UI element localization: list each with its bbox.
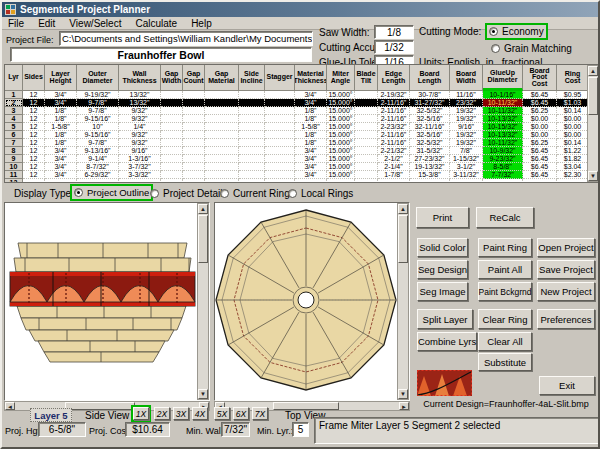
- table-cell[interactable]: [183, 107, 205, 115]
- table-cell[interactable]: 2-11/16": [378, 115, 410, 123]
- table-cell[interactable]: [183, 115, 205, 123]
- table-cell[interactable]: [205, 139, 239, 147]
- split-layer-button[interactable]: Split Layer: [417, 309, 473, 329]
- table-row[interactable]: 1123/4"9-19/32"13/32"3/4"15.000°2-19/32"…: [5, 91, 587, 99]
- table-cell[interactable]: [265, 91, 295, 99]
- table-row[interactable]: 5121-5/8"10"1/4"1-5/8"15.000°2-23/32"32-…: [5, 123, 587, 131]
- display-type-project-detail[interactable]: Project Detail: [150, 188, 222, 199]
- column-header[interactable]: GlueUp Diameter: [483, 65, 523, 91]
- table-cell[interactable]: [355, 163, 378, 171]
- scroll-up-icon[interactable]: ▲: [588, 66, 598, 76]
- table-cell[interactable]: $0.00: [523, 115, 557, 123]
- column-header[interactable]: Gap Width: [161, 65, 183, 91]
- table-cell[interactable]: [355, 107, 378, 115]
- table-cell[interactable]: $0.14: [557, 139, 587, 147]
- table-cell[interactable]: [161, 147, 183, 155]
- table-cell[interactable]: [23, 179, 45, 182]
- table-cell[interactable]: 9-7/8": [77, 99, 119, 107]
- table-cell[interactable]: 9-23/32": [483, 155, 523, 163]
- table-cell[interactable]: [239, 179, 265, 182]
- column-header[interactable]: Side Incline: [239, 65, 265, 91]
- cutting-mode-economy[interactable]: Economy: [485, 23, 548, 40]
- table-cell[interactable]: 13/32": [119, 91, 161, 99]
- table-cell[interactable]: [355, 171, 378, 179]
- table-cell[interactable]: [183, 99, 205, 107]
- table-cell[interactable]: 15.000°: [327, 123, 355, 131]
- table-cell[interactable]: 9-13/16": [77, 147, 119, 155]
- table-cell[interactable]: [355, 179, 378, 182]
- table-cell[interactable]: $1.82: [557, 155, 587, 163]
- table-cell[interactable]: [378, 179, 410, 182]
- recalc-button[interactable]: ReCalc: [476, 207, 534, 228]
- display-type-local-rings[interactable]: Local Rings: [288, 188, 353, 199]
- table-cell[interactable]: [355, 123, 378, 131]
- table-cell[interactable]: 1/8": [295, 107, 327, 115]
- table-cell[interactable]: 2-21/32": [378, 147, 410, 155]
- cutting-accuracy-field[interactable]: 1/32: [374, 40, 414, 54]
- table-cell[interactable]: 27-23/32": [410, 155, 450, 163]
- side-view-vscrollbar[interactable]: ▲ ▼: [197, 203, 209, 400]
- preferences-button[interactable]: Preferences: [537, 309, 595, 329]
- table-cell[interactable]: [205, 99, 239, 107]
- table-row[interactable]: 11123/4"6-29/32"3-3/32"3/4"15.000°1-7/8"…: [5, 171, 587, 179]
- zoom-7x-button[interactable]: 7X: [252, 407, 268, 420]
- table-cell[interactable]: 3/4": [295, 147, 327, 155]
- table-cell[interactable]: 2-11/16": [378, 107, 410, 115]
- new-project-button[interactable]: New Project: [537, 282, 595, 301]
- table-cell[interactable]: 1/8": [295, 115, 327, 123]
- table-cell[interactable]: 9-19/32": [77, 91, 119, 99]
- display-type-project-outline[interactable]: Project Outline: [70, 184, 153, 201]
- table-cell[interactable]: 12: [23, 99, 45, 107]
- side-view-hthumb[interactable]: [65, 402, 135, 410]
- table-cell[interactable]: $6.45: [523, 147, 557, 155]
- table-cell[interactable]: [161, 115, 183, 123]
- table-cell[interactable]: [205, 171, 239, 179]
- table-cell[interactable]: 3: [5, 107, 23, 115]
- table-cell[interactable]: 10: [5, 163, 23, 171]
- menu-file[interactable]: File: [8, 18, 24, 28]
- table-cell[interactable]: [557, 179, 587, 182]
- table-cell[interactable]: [265, 115, 295, 123]
- table-cell[interactable]: $1.22: [557, 147, 587, 155]
- table-cell[interactable]: [183, 179, 205, 182]
- table-cell[interactable]: 15.000°: [327, 107, 355, 115]
- table-cell[interactable]: 2-1/2": [378, 155, 410, 163]
- table-cell[interactable]: 7-7/32": [483, 171, 523, 179]
- table-cell[interactable]: 15-3/8": [410, 171, 450, 179]
- table-cell[interactable]: 9/32": [119, 115, 161, 123]
- table-cell[interactable]: 2: [5, 99, 23, 107]
- table-cell[interactable]: [239, 171, 265, 179]
- table-cell[interactable]: 15.000°: [327, 147, 355, 155]
- table-cell[interactable]: [205, 163, 239, 171]
- zoom-6x-button[interactable]: 6X: [233, 407, 249, 420]
- table-cell[interactable]: 1: [5, 91, 23, 99]
- table-scroll-thumb[interactable]: [588, 77, 598, 115]
- table-cell[interactable]: [183, 171, 205, 179]
- table-cell[interactable]: 10-11/32": [483, 107, 523, 115]
- table-cell[interactable]: [265, 123, 295, 131]
- table-cell[interactable]: 2-11/16": [378, 99, 410, 107]
- seg-design-button[interactable]: Seg Design: [417, 260, 468, 279]
- table-cell[interactable]: 1-15/32": [450, 155, 483, 163]
- table-cell[interactable]: [355, 99, 378, 107]
- scroll-up-icon[interactable]: ▲: [398, 204, 408, 214]
- table-cell[interactable]: 1-5/8": [45, 123, 77, 131]
- table-cell[interactable]: [205, 123, 239, 131]
- table-cell[interactable]: 3/4": [295, 91, 327, 99]
- table-cell[interactable]: 12: [23, 139, 45, 147]
- table-cell[interactable]: [239, 147, 265, 155]
- combine-lyrs-button[interactable]: Combine Lyrs: [417, 332, 477, 351]
- table-cell[interactable]: 32-5/32": [410, 107, 450, 115]
- top-view-hthumb[interactable]: [273, 402, 339, 410]
- table-cell[interactable]: $0.14: [557, 107, 587, 115]
- column-header[interactable]: Gap Count: [183, 65, 205, 91]
- table-cell[interactable]: 4: [5, 115, 23, 123]
- table-row[interactable]: 4121/8"9-15/16"9/32"1/8"15.000°2-11/16"3…: [5, 115, 587, 123]
- table-cell[interactable]: $0.95: [557, 91, 587, 99]
- table-cell[interactable]: 19/32": [450, 139, 483, 147]
- table-cell[interactable]: 32-5/16": [410, 131, 450, 139]
- table-cell[interactable]: $0.00: [523, 131, 557, 139]
- table-cell[interactable]: $6.25: [523, 139, 557, 147]
- project-file-input[interactable]: C:\Documents and Settings\William Kandle…: [59, 31, 313, 46]
- column-header[interactable]: Layer Height: [45, 65, 77, 91]
